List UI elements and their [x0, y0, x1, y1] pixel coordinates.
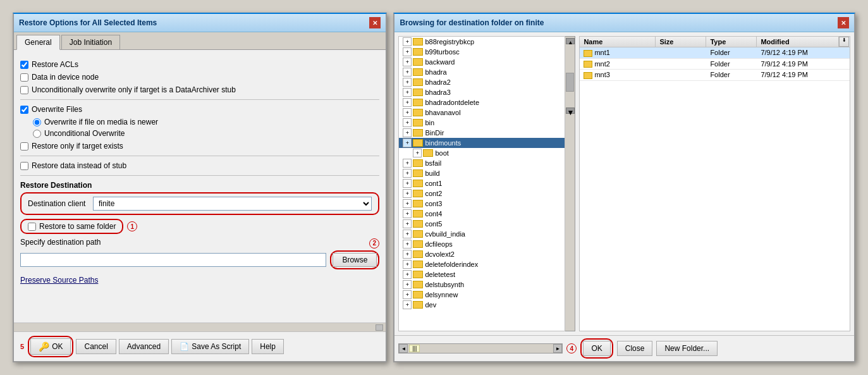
scroll-thumb[interactable]	[566, 73, 574, 92]
tree-item[interactable]: +bhadra2	[399, 77, 565, 87]
tab-general[interactable]: General	[16, 35, 60, 50]
detail-sort-icon[interactable]: ⬇	[839, 37, 849, 47]
cancel-button[interactable]: Cancel	[76, 339, 116, 354]
col-header-type[interactable]: Type	[706, 37, 757, 47]
overwrite-newer-radio[interactable]	[33, 118, 41, 126]
separator-2	[20, 156, 379, 156]
tree-item[interactable]: +b99turbosc	[399, 47, 565, 57]
right-ok-button[interactable]: OK	[583, 341, 610, 356]
tree-item[interactable]: +delsynnew	[399, 290, 565, 300]
right-close-button[interactable]: ✕	[838, 17, 849, 28]
detail-cell-modified: 7/9/12 4:19 PM	[757, 59, 839, 70]
tree-item-label: bsfail	[425, 159, 441, 167]
destination-client-select[interactable]: finite	[93, 197, 372, 211]
tree-item[interactable]: +build	[399, 168, 565, 178]
tree-item[interactable]: +bhavanavol	[399, 108, 565, 118]
tree-item[interactable]: +bindmounts	[399, 138, 565, 148]
folder-icon	[413, 169, 423, 177]
tree-item[interactable]: +bhadradontdelete	[399, 97, 565, 108]
hscroll-left[interactable]: ◄	[399, 344, 408, 353]
horizontal-scroll[interactable]: ◄ ||| ►	[398, 343, 563, 353]
tree-item[interactable]: +cont1	[399, 178, 565, 188]
col-header-modified[interactable]: Modified	[757, 37, 839, 47]
tree-item[interactable]: +BinDir	[399, 128, 565, 138]
specify-path-label: Specify destination path	[20, 238, 101, 247]
tree-item[interactable]: +boot	[399, 148, 565, 158]
new-folder-button[interactable]: New Folder...	[656, 341, 718, 356]
tree-item[interactable]: +cont2	[399, 188, 565, 199]
tree-item[interactable]: +cont3	[399, 199, 565, 209]
right-close-button-bar[interactable]: Close	[617, 341, 653, 356]
tree-item-label: cont2	[425, 190, 442, 197]
folder-icon	[423, 149, 433, 157]
tree-item[interactable]: +deletetest	[399, 269, 565, 280]
col-header-size[interactable]: Size	[656, 37, 706, 47]
restore-same-folder-checkbox[interactable]	[28, 223, 36, 231]
browse-button[interactable]: Browse	[333, 253, 377, 267]
unconditional-overwrite-stub-row: Unconditionally overwrite only if target…	[20, 85, 379, 94]
tree-item[interactable]: +deletefolderindex	[399, 259, 565, 269]
tree-item[interactable]: +b88registrybkcp	[399, 37, 565, 47]
tree-item[interactable]: +bsfail	[399, 158, 565, 168]
detail-cell-type: Folder	[706, 47, 757, 58]
help-button[interactable]: Help	[252, 339, 284, 354]
folder-icon	[413, 261, 423, 268]
tree-item[interactable]: +bhadra3	[399, 87, 565, 97]
tree-item[interactable]: +cvbuild_india	[399, 229, 565, 239]
col-header-name[interactable]: Name	[580, 37, 656, 47]
tree-item[interactable]: +backward	[399, 57, 565, 67]
left-close-button[interactable]: ✕	[369, 17, 381, 28]
tree-item[interactable]: +dev	[399, 300, 565, 310]
detail-cell-type: Folder	[706, 59, 757, 70]
ok-button-wrapper: 🔑 OK	[28, 336, 73, 357]
tree-item[interactable]: +bhadra	[399, 67, 565, 77]
scroll-down-btn[interactable]: ▼	[566, 108, 575, 114]
tree-item[interactable]: +bin	[399, 118, 565, 128]
restore-if-target-checkbox[interactable]	[20, 142, 28, 151]
detail-row[interactable]: mnt3Folder7/9/12 4:19 PM	[580, 70, 850, 81]
tree-item-label: b88registrybkcp	[425, 38, 474, 46]
dialog-content: Restore ACLs Data in device node Uncondi…	[14, 50, 386, 323]
tree-item-label: boot	[435, 149, 448, 157]
tree-item-label: dcvolext2	[425, 250, 454, 258]
restore-data-stub-checkbox[interactable]	[20, 162, 28, 170]
save-as-script-button[interactable]: 📄 Save As Script	[171, 339, 249, 354]
tree-item-label: cont1	[425, 180, 442, 187]
destination-path-input[interactable]	[20, 253, 326, 267]
annotation-4: 4	[566, 343, 577, 353]
detail-row[interactable]: mnt1Folder7/9/12 4:19 PM	[580, 47, 850, 59]
overwrite-files-checkbox[interactable]	[20, 106, 28, 114]
right-bottom-bar: ◄ ||| ► 4 OK Close New Folder...	[394, 335, 854, 361]
tree-item-label: bhadra	[425, 68, 446, 76]
detail-cell-size	[656, 47, 706, 58]
unconditional-overwrite-stub-checkbox[interactable]	[20, 86, 28, 94]
tree-item-label: deletefolderindex	[425, 261, 478, 268]
tree-item[interactable]: +cont4	[399, 209, 565, 219]
tree-item-label: bhadra2	[425, 78, 450, 86]
annotation-2: 2	[369, 238, 379, 249]
restore-same-folder-wrapper: Restore to same folder	[20, 219, 123, 234]
tree-scrollbar[interactable]: ▲ ▼	[565, 36, 575, 331]
tree-item[interactable]: +delstubsynth	[399, 280, 565, 290]
tree-item-label: BinDir	[425, 129, 444, 137]
data-device-node-checkbox[interactable]	[20, 73, 28, 82]
folder-tree[interactable]: +b88registrybkcp+b99turbosc+backward+bha…	[398, 36, 565, 331]
folder-icon	[413, 271, 423, 278]
restore-acls-row: Restore ACLs	[20, 60, 379, 69]
restore-acls-checkbox[interactable]	[20, 61, 28, 69]
advanced-button[interactable]: Advanced	[119, 339, 169, 354]
folder-icon	[413, 240, 423, 248]
tree-item[interactable]: +dcvolext2	[399, 249, 565, 259]
tab-job-initiation[interactable]: Job Initiation	[61, 35, 120, 49]
folder-icon	[413, 230, 423, 238]
hscroll-path-indicator: |||	[409, 345, 420, 352]
unconditional-overwrite-radio[interactable]	[33, 130, 41, 138]
folder-icon	[413, 281, 423, 288]
scroll-up-btn[interactable]: ▲	[566, 38, 575, 44]
hscroll-right[interactable]: ►	[553, 344, 562, 353]
tree-item[interactable]: +dcfileops	[399, 239, 565, 249]
tree-item[interactable]: +cont5	[399, 219, 565, 229]
detail-row[interactable]: mnt2Folder7/9/12 4:19 PM	[580, 59, 850, 70]
preserve-source-paths-link[interactable]: Preserve Source Paths	[20, 276, 379, 285]
ok-button[interactable]: 🔑 OK	[30, 338, 71, 355]
